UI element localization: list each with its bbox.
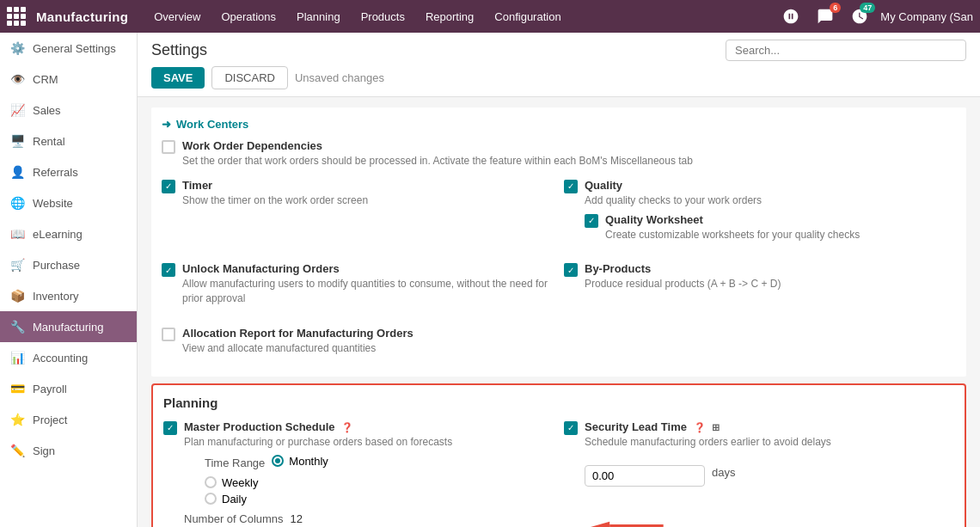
arrow-right-icon: ➜ [162,118,171,131]
sidebar-item-rental[interactable]: 🖥️ Rental [0,126,137,156]
clock-icon[interactable]: 47 [846,6,873,27]
sidebar-item-website[interactable]: 🌐 Website [0,187,137,218]
nav-item-overview[interactable]: Overview [145,7,209,27]
by-products-checkbox[interactable] [564,263,578,277]
unlock-checkbox[interactable] [162,263,175,277]
weekly-radio[interactable] [205,476,217,488]
daily-radio[interactable] [205,493,217,505]
work-order-deps-title: Work Order Dependencies [182,139,956,152]
sidebar-item-general-settings[interactable]: ⚙️ General Settings [0,33,137,64]
weekly-option: Weekly [205,476,554,489]
planning-section: Planning Master Production Schedule ❓ P [151,383,966,527]
quality-row: Quality Add quality checks to your work … [564,179,956,242]
search-input[interactable] [726,40,966,61]
chat-badge: 6 [830,3,841,13]
nav-item-products[interactable]: Products [352,7,413,27]
referrals-icon: 👤 [9,163,26,181]
discard-button[interactable]: DISCARD [211,66,288,89]
allocation-checkbox[interactable] [162,328,175,341]
sidebar-item-payroll[interactable]: 💳 Payroll [0,373,137,404]
security-lead-label: Security Lead Time [585,420,687,433]
allocation-row: Allocation Report for Manufacturing Orde… [162,327,956,356]
app-brand[interactable]: Manufacturing [36,9,128,24]
chat-icon[interactable]: 6 [812,6,839,27]
sidebar-item-project[interactable]: ⭐ Project [0,404,137,435]
by-products-desc: Produce residual products (A + B -> C + … [585,277,956,291]
security-lead-row: Security Lead Time ❓ ⊞ Schedule manufact… [564,420,954,527]
svg-rect-2 [609,524,664,527]
mps-label: Master Production Schedule [184,420,335,433]
app-grid-icon[interactable] [7,7,26,26]
timer-checkbox[interactable] [162,180,175,193]
website-icon: 🌐 [9,194,26,211]
work-centers-section: ➜ Work Centers Work Order Dependencies S… [151,107,966,377]
mps-info: Master Production Schedule ❓ Plan manufa… [184,420,554,525]
project-icon: ⭐ [9,411,26,428]
sidebar-item-label: Referrals [33,166,78,179]
sidebar-item-label: General Settings [33,42,116,55]
quality-col: Quality Add quality checks to your work … [564,179,956,253]
quality-title: Quality [585,179,956,192]
payroll-icon: 💳 [9,380,26,397]
sidebar-item-referrals[interactable]: 👤 Referrals [0,156,137,187]
work-centers-header: ➜ Work Centers [162,118,956,131]
mps-help-icon[interactable]: ❓ [341,422,353,432]
company-name[interactable]: My Company (San [880,10,973,23]
nav-item-operations[interactable]: Operations [212,7,285,27]
sidebar-item-inventory[interactable]: 📦 Inventory [0,280,137,311]
unlock-desc: Allow manufacturing users to modify quan… [182,277,554,306]
mps-col: Master Production Schedule ❓ Plan manufa… [163,420,554,527]
sales-icon: 📈 [9,101,26,119]
unlock-row: Unlock Manufacturing Orders Allow manufa… [162,262,554,306]
by-products-title: By-Products [585,262,956,275]
work-centers-link[interactable]: Work Centers [176,118,248,131]
monthly-radio[interactable] [272,455,284,467]
middle-settings-grid: Timer Show the timer on the work order s… [162,179,956,253]
quality-info: Quality Add quality checks to your work … [585,179,956,242]
quality-worksheet-info: Quality Worksheet Create customizable wo… [605,213,860,242]
sign-icon: ✏️ [9,442,26,459]
sidebar-item-crm[interactable]: 👁️ CRM [0,64,137,95]
quality-checkbox[interactable] [564,180,578,193]
sidebar-item-label: CRM [33,73,58,86]
days-label: days [712,466,735,479]
svg-marker-1 [585,521,609,527]
quality-worksheet-checkbox[interactable] [585,214,598,228]
work-order-deps-info: Work Order Dependencies Set the order th… [182,139,956,169]
mps-desc: Plan manufacturing or purchase orders ba… [184,435,554,450]
sidebar-item-label: Purchase [33,259,80,272]
sidebar-item-elearning[interactable]: 📖 eLearning [0,218,137,249]
nav-item-planning[interactable]: Planning [288,7,349,27]
weekly-label: Weekly [222,476,258,489]
activity-icon[interactable] [777,6,805,27]
allocation-title: Allocation Report for Manufacturing Orde… [182,327,956,340]
planning-grid: Master Production Schedule ❓ Plan manufa… [163,420,954,527]
unlock-info: Unlock Manufacturing Orders Allow manufa… [182,262,554,306]
save-button[interactable]: SAVE [151,67,205,89]
arrow-annotation [585,507,954,527]
mps-checkbox[interactable] [163,421,177,435]
crm-icon: 👁️ [9,70,26,88]
timer-col: Timer Show the timer on the work order s… [162,179,554,253]
settings-content: ➜ Work Centers Work Order Dependencies S… [138,97,980,527]
security-lead-help-icon[interactable]: ❓ [694,422,706,432]
sidebar-item-label: Manufacturing [33,321,103,334]
sidebar-item-manufacturing[interactable]: 🔧 Manufacturing [0,311,137,342]
sidebar-item-purchase[interactable]: 🛒 Purchase [0,249,137,280]
planning-title: Planning [163,395,954,410]
work-order-deps-checkbox[interactable] [162,140,175,154]
sidebar-item-label: Accounting [33,352,88,365]
timer-row: Timer Show the timer on the work order s… [162,179,554,208]
security-lead-grid-icon: ⊞ [712,422,720,432]
security-lead-checkbox[interactable] [564,421,578,435]
nav-item-configuration[interactable]: Configuration [486,7,569,27]
nav-item-reporting[interactable]: Reporting [417,7,482,27]
sidebar-item-accounting[interactable]: 📊 Accounting [0,342,137,373]
sidebar-item-sign[interactable]: ✏️ Sign [0,435,137,466]
security-lead-info: Security Lead Time ❓ ⊞ Schedule manufact… [585,420,954,527]
work-order-deps-desc: Set the order that work orders should be… [182,154,956,169]
sidebar-item-sales[interactable]: 📈 Sales [0,95,137,126]
lead-time-input[interactable] [585,465,705,487]
unlock-title: Unlock Manufacturing Orders [182,262,554,275]
sidebar-item-label: Website [33,197,73,210]
